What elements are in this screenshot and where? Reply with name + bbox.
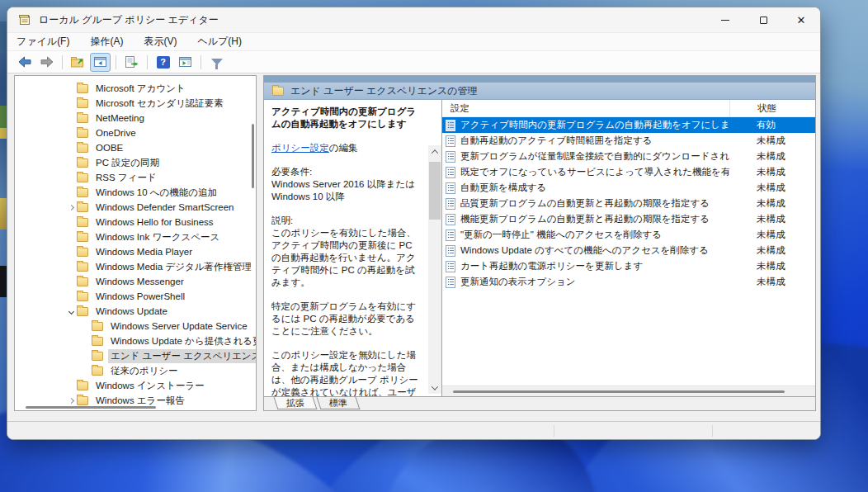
- policy-row[interactable]: Windows Update のすべての機能へのアクセスを削除する未構成: [442, 243, 815, 258]
- policy-setting-name: 品質更新プログラムの自動更新と再起動の期限を指定する: [460, 197, 729, 210]
- policy-state: 未構成: [729, 182, 815, 194]
- folder-icon: [77, 114, 88, 123]
- policy-row[interactable]: "更新の一時停止" 機能へのアクセスを削除する未構成: [442, 227, 815, 243]
- menu-help[interactable]: ヘルプ(H): [197, 35, 242, 49]
- policy-state: 未構成: [729, 260, 815, 272]
- policy-setting-name: カート再起動の電源ポリシーを更新します: [460, 260, 729, 272]
- expand-arrow-icon[interactable]: [65, 206, 77, 210]
- menu-action[interactable]: 操作(A): [90, 35, 123, 49]
- policy-icon: [446, 135, 455, 147]
- tree-item-label: OneDrive: [93, 127, 139, 139]
- folder-icon: [92, 367, 103, 376]
- folder-icon: [92, 337, 103, 346]
- tree-item-label: Microsoft セカンダリ認証要素: [93, 97, 226, 111]
- policy-state: 未構成: [729, 166, 815, 178]
- policy-setting-name: 機能更新プログラムの自動更新と再起動の期限を指定する: [460, 213, 729, 225]
- policy-state: 未構成: [729, 150, 815, 163]
- tree-item[interactable]: Windows 10 への機能の追加: [15, 185, 256, 200]
- policy-setting-name: 更新プログラムが従量制課金接続で自動的にダウンロードされるのを...: [460, 150, 729, 163]
- back-button[interactable]: [14, 53, 35, 72]
- scroll-up-button[interactable]: [428, 145, 441, 158]
- header-strip: [264, 76, 815, 83]
- policy-row[interactable]: 自動更新を構成する未構成: [442, 180, 815, 196]
- policy-icon: [446, 277, 455, 288]
- tree-item[interactable]: RSS フィード: [15, 170, 256, 185]
- titlebar[interactable]: ローカル グループ ポリシー エディター ✕: [7, 7, 820, 32]
- folder-icon: [77, 307, 88, 316]
- description-scrollbar[interactable]: [428, 145, 441, 394]
- show-console-tree-button[interactable]: [90, 53, 111, 72]
- tree-item[interactable]: Microsoft セカンダリ認証要素: [15, 96, 256, 111]
- policy-state: 未構成: [729, 197, 815, 210]
- tab-standard[interactable]: 標準: [317, 397, 361, 409]
- selected-node-banner: エンド ユーザー エクスペリエンスの管理: [264, 83, 815, 100]
- tree-item[interactable]: Windows Defender SmartScreen: [15, 200, 256, 215]
- policy-row[interactable]: 機能更新プログラムの自動更新と再起動の期限を指定する未構成: [442, 211, 815, 227]
- column-header-setting[interactable]: 設定: [442, 102, 729, 115]
- gpedit-window: ローカル グループ ポリシー エディター ✕ ファイル(F)操作(A)表示(V)…: [7, 7, 821, 440]
- minimize-button[interactable]: [706, 7, 744, 32]
- tree-item[interactable]: 従来のポリシー: [15, 363, 256, 378]
- tree-item[interactable]: Windows Media デジタル著作権管理: [15, 259, 256, 274]
- policy-row[interactable]: カート再起動の電源ポリシーを更新します未構成: [442, 258, 815, 274]
- tree-item[interactable]: Windows Server Update Service: [15, 319, 256, 334]
- filter-icon: [211, 59, 223, 65]
- show-extended-view-button[interactable]: [175, 53, 196, 72]
- tree-item-label: Windows Update: [93, 305, 170, 317]
- tree-item[interactable]: Windows Media Player: [15, 244, 256, 259]
- tree-item[interactable]: Microsoft アカウント: [15, 81, 256, 96]
- tree-item[interactable]: OneDrive: [15, 125, 256, 140]
- policy-row[interactable]: 更新プログラムが従量制課金接続で自動的にダウンロードされるのを...未構成: [442, 149, 815, 164]
- toolbar: ?: [7, 51, 820, 73]
- collapse-arrow-icon[interactable]: [65, 310, 77, 314]
- column-header-state[interactable]: 状態: [729, 100, 815, 116]
- policy-row[interactable]: 自動再起動のアクティブ時間範囲を指定する未構成: [442, 133, 815, 149]
- tree-item[interactable]: Windows Hello for Business: [15, 215, 256, 229]
- scroll-down-button[interactable]: [428, 381, 441, 394]
- tree-item-label: NetMeeting: [93, 112, 147, 124]
- tree-item[interactable]: Windows Update: [15, 304, 256, 319]
- close-button[interactable]: ✕: [782, 7, 820, 32]
- list-horizontal-scrollbar[interactable]: [453, 390, 785, 393]
- policy-row[interactable]: 既定でオフになっているサービスによって導入された機能を有効にする未構成: [442, 164, 815, 180]
- policy-row[interactable]: 品質更新プログラムの自動更新と再起動の期限を指定する未構成: [442, 196, 815, 211]
- tree-item[interactable]: Windows Messenger: [15, 274, 256, 289]
- policy-setting-name: 自動再起動のアクティブ時間範囲を指定する: [460, 135, 729, 147]
- tree-item[interactable]: NetMeeting: [15, 111, 256, 125]
- banner-title: エンド ユーザー エクスペリエンスの管理: [290, 84, 478, 98]
- policy-state: 未構成: [729, 213, 815, 225]
- edit-policy-setting-link[interactable]: ポリシー設定: [271, 143, 329, 153]
- tree-item-label: Windows Hello for Business: [93, 216, 216, 228]
- tree-item-label: PC 設定の同期: [93, 156, 162, 170]
- scrollbar-thumb[interactable]: [429, 162, 441, 220]
- export-list-button[interactable]: [121, 53, 142, 72]
- policy-row[interactable]: アクティブ時間内の更新プログラムの自動再起動をオフにします有効: [442, 117, 815, 133]
- export-list-icon: [125, 56, 139, 68]
- help-button[interactable]: ?: [153, 53, 173, 72]
- policy-icon: [446, 245, 455, 257]
- filter-button[interactable]: [206, 53, 227, 72]
- desktop: ローカル グループ ポリシー エディター ✕ ファイル(F)操作(A)表示(V)…: [0, 0, 868, 492]
- tree-item[interactable]: Windows インストーラー: [15, 378, 256, 393]
- policy-row[interactable]: 更新通知の表示オプション未構成: [442, 274, 815, 290]
- tree-item[interactable]: エンド ユーザー エクスペリエンスの管理: [15, 348, 256, 363]
- tree-vertical-scrollbar[interactable]: [252, 124, 254, 188]
- tree-item[interactable]: Windows Update から提供される更: [15, 334, 256, 348]
- policy-icon: [446, 167, 455, 178]
- up-one-level-button[interactable]: [68, 53, 88, 72]
- menu-view[interactable]: 表示(V): [144, 35, 177, 49]
- tree-item[interactable]: Windows Ink ワークスペース: [15, 229, 256, 244]
- policy-setting-name: 自動更新を構成する: [460, 182, 729, 194]
- folder-icon: [77, 233, 88, 242]
- expand-arrow-icon[interactable]: [65, 399, 77, 403]
- tab-extended[interactable]: 拡張: [274, 397, 318, 409]
- maximize-button[interactable]: [744, 7, 782, 32]
- tree-item[interactable]: PC 設定の同期: [15, 155, 256, 170]
- tree-horizontal-scrollbar[interactable]: [26, 406, 156, 409]
- tree-item-label: Windows Ink ワークスペース: [93, 230, 222, 244]
- tree-item-label: RSS フィード: [93, 171, 159, 185]
- forward-button[interactable]: [36, 53, 57, 72]
- menu-file[interactable]: ファイル(F): [17, 35, 69, 49]
- tree-item[interactable]: OOBE: [15, 140, 256, 155]
- tree-item[interactable]: Windows PowerShell: [15, 289, 256, 304]
